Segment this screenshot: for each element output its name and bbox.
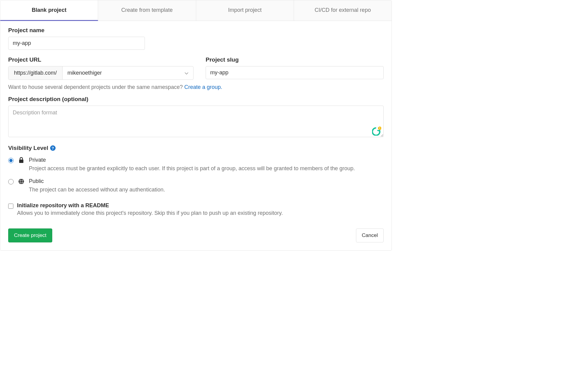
tab-cicd-external[interactable]: CI/CD for external repo (294, 0, 392, 21)
form-body: Project name Project URL https://gitlab.… (0, 21, 392, 250)
project-name-label: Project name (8, 27, 384, 34)
visibility-label: Visibility Level (8, 145, 48, 151)
help-icon[interactable]: ? (50, 145, 56, 151)
namespace-select[interactable]: mikenoethiger (63, 66, 193, 79)
svg-rect-2 (379, 127, 380, 128)
project-name-input[interactable] (8, 37, 145, 50)
visibility-public-radio[interactable] (8, 179, 14, 184)
visibility-public-title: Public (29, 178, 384, 184)
visibility-private-title: Private (29, 157, 384, 163)
tab-import-project[interactable]: Import project (196, 0, 294, 21)
tab-create-from-template[interactable]: Create from template (98, 0, 196, 21)
visibility-public-desc: The project can be accessed without any … (29, 186, 384, 194)
svg-point-5 (19, 179, 24, 184)
url-prefix: https://gitlab.com/ (9, 66, 63, 79)
initialize-readme-desc: Allows you to immediately clone this pro… (17, 210, 384, 216)
visibility-private-option[interactable]: Private Project access must be granted e… (8, 157, 384, 173)
cancel-button[interactable]: Cancel (356, 228, 384, 242)
lock-icon (18, 157, 25, 163)
tab-blank-project[interactable]: Blank project (0, 0, 98, 21)
create-project-button[interactable]: Create project (8, 228, 52, 242)
project-type-tabs: Blank project Create from template Impor… (0, 0, 392, 21)
new-project-form: Blank project Create from template Impor… (0, 0, 392, 251)
initialize-readme-option[interactable]: Initialize repository with a README Allo… (8, 202, 384, 216)
project-slug-label: Project slug (206, 56, 384, 63)
project-description-input[interactable] (8, 106, 384, 137)
project-description-label: Project description (optional) (8, 96, 384, 103)
chevron-down-icon (185, 71, 188, 76)
initialize-readme-checkbox[interactable] (8, 204, 13, 209)
visibility-public-option[interactable]: Public The project can be accessed witho… (8, 178, 384, 194)
hint-text: Want to house several dependent projects… (8, 84, 184, 90)
namespace-value: mikenoethiger (67, 70, 102, 76)
initialize-readme-title: Initialize repository with a README (17, 202, 384, 209)
visibility-private-radio[interactable] (8, 158, 14, 163)
project-url-label: Project URL (8, 56, 193, 63)
project-url-group: https://gitlab.com/ mikenoethiger (8, 66, 193, 80)
grammarly-icon[interactable] (372, 127, 381, 136)
project-slug-input[interactable] (206, 66, 384, 79)
create-group-link[interactable]: Create a group. (184, 84, 222, 90)
svg-rect-3 (379, 129, 380, 130)
globe-icon (18, 178, 25, 184)
namespace-hint: Want to house several dependent projects… (8, 84, 384, 90)
svg-rect-4 (19, 160, 23, 163)
visibility-private-desc: Project access must be granted explicitl… (29, 164, 384, 173)
